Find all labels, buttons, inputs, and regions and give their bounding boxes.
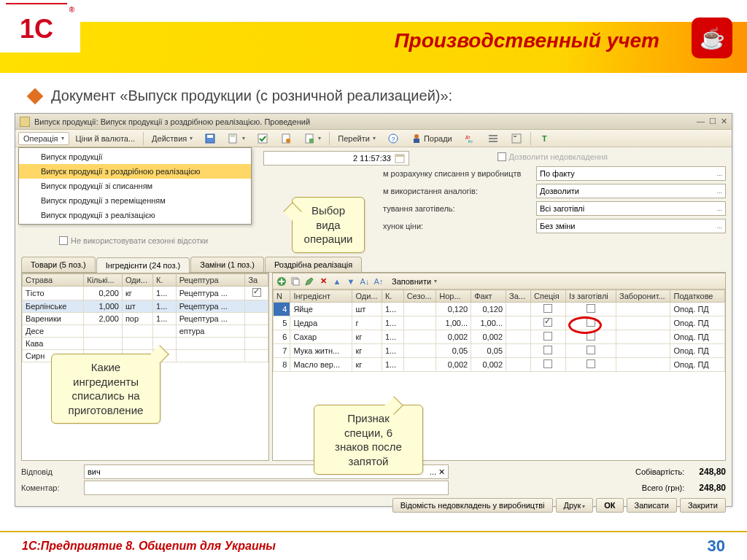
fill-menu-button[interactable]: Заповнити: [387, 275, 442, 288]
toolbar-icon-struct[interactable]: [482, 131, 504, 147]
spice-checkbox[interactable]: [543, 304, 552, 313]
toolbar-icon-struct2[interactable]: [506, 131, 527, 147]
table-row[interactable]: Вареники2,000пор1...Рецептура ...: [23, 313, 268, 325]
dropdown-item-0[interactable]: Випуск продукції: [19, 149, 251, 164]
move-up-icon[interactable]: ▲: [331, 276, 343, 287]
col-header[interactable]: Оди...: [122, 274, 152, 287]
ok-button[interactable]: ОК: [596, 498, 623, 513]
combo-prep[interactable]: Всі заготівлі...: [536, 201, 726, 216]
actions-menu-button[interactable]: Действия: [147, 132, 198, 145]
toolbar-icon-base2[interactable]: [298, 131, 326, 147]
col-header[interactable]: Податкове: [670, 290, 725, 303]
list-icon: [487, 133, 499, 144]
minimize-button[interactable]: —: [697, 117, 705, 126]
col-header[interactable]: Кількі...: [84, 274, 123, 287]
spice-checkbox[interactable]: [543, 359, 552, 368]
col-header[interactable]: Інгредієнт: [290, 290, 352, 303]
tab-subs[interactable]: Заміни (1 поз.): [190, 257, 264, 272]
svg-text:Кт: Кт: [468, 139, 473, 144]
table-row[interactable]: 7Мука житн...кг1...0,050,05Опод. ПД: [274, 344, 725, 358]
list2-icon: [511, 133, 522, 144]
spice-checkbox[interactable]: [543, 346, 552, 354]
combo-calc-mode[interactable]: По факту...: [536, 166, 726, 181]
toolbar-icon-base[interactable]: [275, 131, 297, 147]
table-row[interactable]: 4Яйцешт1...0,1200,120Опод. ПД: [274, 303, 725, 316]
advice-button[interactable]: Поради: [406, 131, 457, 147]
cost-label: Собівартість:: [635, 467, 684, 476]
close-window-button[interactable]: Закрити: [680, 498, 726, 513]
dropdown-item-4[interactable]: Випуск продукції з реалізацією: [19, 208, 251, 222]
col-header[interactable]: Оди...: [352, 290, 382, 303]
tab-ingredients[interactable]: Інгредієнти (24 поз.): [96, 257, 190, 273]
dishes-table[interactable]: СтраваКількі...Оди...К.РецептураЗа Тісто…: [22, 273, 268, 362]
delete-row-icon[interactable]: ✕: [317, 276, 329, 287]
col-header[interactable]: К.: [153, 274, 177, 287]
prep-checkbox[interactable]: [587, 318, 595, 327]
prep-checkbox[interactable]: [587, 332, 595, 341]
copy-row-icon[interactable]: [290, 276, 301, 287]
save-icon: [204, 133, 216, 144]
table-row[interactable]: Кава: [23, 338, 268, 350]
tab-retail[interactable]: Роздрібна реалізація: [265, 257, 362, 272]
combo-analog-mode[interactable]: Дозволити...: [536, 184, 726, 198]
move-down-icon[interactable]: ▼: [345, 276, 357, 287]
dropdown-item-2[interactable]: Випуск продукції зі списанням: [19, 179, 251, 193]
help-button[interactable]: ?: [382, 131, 404, 147]
toolbar-icon-t[interactable]: Т: [534, 131, 556, 147]
col-header[interactable]: Страва: [23, 274, 84, 287]
toolbar-icon-dt[interactable]: ДтКт: [459, 131, 481, 147]
prices-button[interactable]: Ціни й валюта...: [71, 132, 141, 145]
add-row-icon[interactable]: [276, 276, 287, 287]
bullet-icon: [27, 88, 44, 104]
sort-desc-icon[interactable]: A↑: [373, 276, 384, 287]
label-analog-mode: м використання аналогів:: [383, 187, 532, 195]
col-header[interactable]: Рецептура: [176, 274, 245, 287]
col-header[interactable]: Сезо...: [403, 290, 436, 303]
table-row[interactable]: 8Масло вер...кг1...0,0020,002Опод. ПД: [274, 358, 725, 372]
toolbar-icon-add[interactable]: [222, 131, 250, 147]
tab-goods[interactable]: Товари (5 поз.): [21, 257, 96, 272]
allow-under-checkbox[interactable]: Дозволити недовкладення: [498, 152, 608, 161]
svg-rect-16: [489, 138, 498, 139]
col-header[interactable]: Заборонит...: [616, 290, 670, 303]
goto-menu-button[interactable]: Перейти: [333, 132, 381, 145]
date-field[interactable]: 2 11:57:33: [263, 151, 409, 166]
col-header[interactable]: Із заготівлі: [565, 290, 616, 303]
col-header[interactable]: За: [245, 274, 268, 287]
maximize-button[interactable]: ☐: [709, 117, 716, 126]
report-button[interactable]: Відомість недовкладень у виробництві: [392, 498, 553, 513]
table-row[interactable]: Тісто0,200кг1...Рецептура ...: [23, 287, 268, 300]
col-header[interactable]: Спеція: [531, 290, 566, 303]
print-button[interactable]: Друк: [556, 498, 594, 513]
operation-menu-button[interactable]: Операція: [18, 132, 69, 145]
col-header[interactable]: N: [274, 290, 290, 303]
col-header[interactable]: Факт: [471, 290, 506, 303]
dropdown-item-3[interactable]: Випуск продукції з переміщенням: [19, 193, 251, 208]
col-header[interactable]: Нор...: [436, 290, 471, 303]
col-header[interactable]: За...: [506, 290, 531, 303]
write-button[interactable]: Записати: [627, 498, 677, 513]
table-row[interactable]: 5Цедраг1...1,00...1,00...Опод. ПД: [274, 316, 725, 330]
prep-checkbox[interactable]: [587, 304, 595, 313]
table-row[interactable]: Берлінське1,000шт1...Рецептура ...: [23, 300, 268, 313]
spice-checkbox[interactable]: [543, 318, 552, 327]
sort-asc-icon[interactable]: A↓: [359, 276, 371, 287]
toolbar-icon-save[interactable]: [199, 131, 221, 147]
prep-checkbox[interactable]: [587, 359, 595, 368]
form-top-row: 2 11:57:33: [263, 150, 726, 166]
toolbar-icon-post[interactable]: [252, 131, 274, 147]
dropdown-item-1[interactable]: Випуск продукції з роздрібною реалізаціє…: [19, 164, 251, 179]
seasonal-checkbox[interactable]: Не використовувати сезонні відсотки: [59, 236, 208, 245]
ingredients-table[interactable]: NІнгредієнтОди...К.Сезо...Нор...ФактЗа..…: [273, 289, 725, 372]
prep-checkbox[interactable]: [587, 346, 595, 354]
col-header[interactable]: К.: [382, 290, 403, 303]
edit-row-icon[interactable]: [303, 276, 315, 287]
spice-checkbox[interactable]: [543, 332, 552, 341]
combo-price-calc[interactable]: Без зміни...: [536, 219, 726, 233]
comment-input[interactable]: [84, 481, 449, 495]
table-row[interactable]: 6Сахаркг1...0,0020,002Опод. ПД: [274, 330, 725, 344]
calendar-icon[interactable]: [394, 152, 406, 164]
callout-operation: Выбор вида операции: [292, 197, 365, 253]
table-row[interactable]: Десеептура: [23, 325, 268, 338]
close-button[interactable]: ✕: [721, 117, 727, 126]
